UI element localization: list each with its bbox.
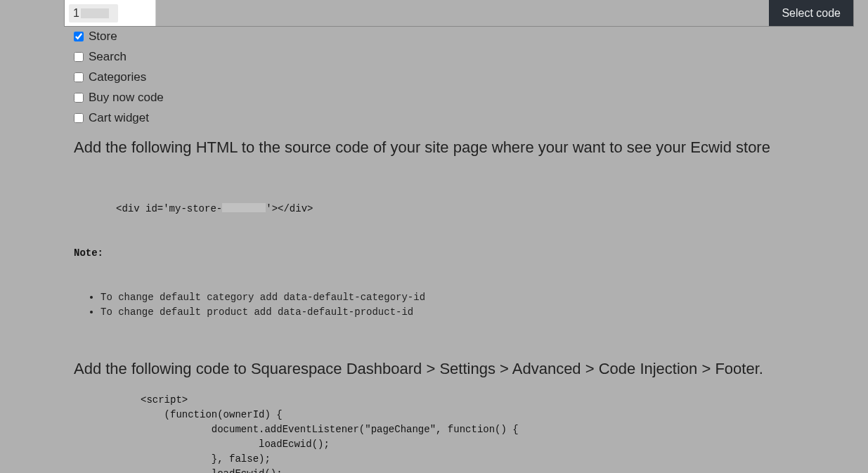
- checkbox-label-buy-now[interactable]: Buy now code: [89, 91, 164, 105]
- div-open: <div id='my-store-: [116, 203, 222, 214]
- checkbox-row-store: Store: [74, 30, 854, 44]
- heading-html-instruction: Add the following HTML to the source cod…: [74, 138, 854, 158]
- checkbox-label-search[interactable]: Search: [89, 50, 127, 64]
- checkbox-cart-widget[interactable]: [74, 113, 84, 123]
- select-code-label: Select code: [782, 7, 841, 20]
- note-label: Note:: [74, 246, 854, 261]
- top-bar: 1 Select code: [64, 0, 854, 27]
- owner-id-input[interactable]: 1: [69, 4, 118, 22]
- redacted-input: [81, 8, 109, 18]
- select-code-button[interactable]: Select code: [769, 0, 853, 26]
- input-prefix: 1: [73, 7, 79, 20]
- script-code-block: <script> (function(ownerId) { document.a…: [74, 393, 854, 473]
- checkbox-label-categories[interactable]: Categories: [89, 70, 146, 84]
- checkbox-row-cart-widget: Cart widget: [74, 111, 854, 125]
- note-bullets: To change default category add data-defa…: [74, 290, 854, 320]
- checkbox-row-search: Search: [74, 50, 854, 64]
- note-bullet-2: To change default product add data-defau…: [101, 305, 854, 320]
- checkbox-store[interactable]: [74, 32, 84, 41]
- checkbox-row-categories: Categories: [74, 70, 854, 84]
- content-area: Store Search Categories Buy now code Car…: [74, 30, 854, 473]
- div-close: '></div>: [266, 203, 313, 214]
- note-bullet-1: To change default category add data-defa…: [101, 290, 854, 305]
- checkbox-row-buy-now: Buy now code: [74, 91, 854, 105]
- checkbox-label-store[interactable]: Store: [89, 30, 117, 44]
- heading-script-instruction: Add the following code to Squarespace Da…: [74, 359, 854, 380]
- html-div-line: <div id='my-store-'></div>: [74, 202, 854, 216]
- html-snippet-block: <div id='my-store-'></div> Note:: [74, 172, 854, 290]
- checkbox-buy-now[interactable]: [74, 93, 84, 103]
- owner-id-input-wrap[interactable]: 1: [65, 0, 156, 26]
- checkbox-categories[interactable]: [74, 72, 84, 82]
- checkbox-label-cart-widget[interactable]: Cart widget: [89, 111, 149, 125]
- redacted-id: [222, 203, 266, 212]
- checkbox-search[interactable]: [74, 52, 84, 62]
